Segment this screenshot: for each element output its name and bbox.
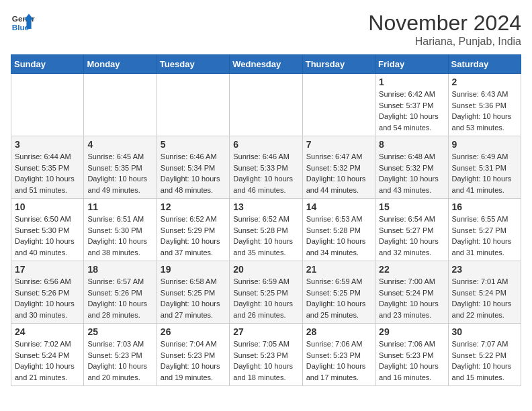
day-info: Sunrise: 7:07 AM Sunset: 5:22 PM Dayligh… [452,338,517,383]
week-row-2: 3Sunrise: 6:44 AM Sunset: 5:35 PM Daylig… [11,136,521,199]
day-cell: 11Sunrise: 6:51 AM Sunset: 5:30 PM Dayli… [84,199,157,261]
day-info: Sunrise: 6:52 AM Sunset: 5:28 PM Dayligh… [233,214,298,258]
title-area: November 2024 Hariana, Punjab, India [368,11,521,48]
day-info: Sunrise: 7:04 AM Sunset: 5:23 PM Dayligh… [161,338,226,383]
day-number: 26 [161,326,226,337]
header-row: SundayMondayTuesdayWednesdayThursdayFrid… [11,55,521,74]
day-cell: 13Sunrise: 6:52 AM Sunset: 5:28 PM Dayli… [230,199,302,261]
day-cell: 27Sunrise: 7:05 AM Sunset: 5:23 PM Dayli… [230,324,302,386]
day-number: 8 [379,139,444,150]
day-number: 1 [379,77,444,87]
header-cell-tuesday: Tuesday [157,55,229,74]
day-cell: 22Sunrise: 7:00 AM Sunset: 5:24 PM Dayli… [375,261,448,324]
day-info: Sunrise: 6:51 AM Sunset: 5:30 PM Dayligh… [87,214,152,258]
day-number: 2 [452,77,517,87]
month-title: November 2024 [368,11,521,36]
day-number: 25 [87,326,152,337]
day-number: 18 [87,264,152,275]
logo-icon: General Blue [11,11,35,35]
day-cell: 10Sunrise: 6:50 AM Sunset: 5:30 PM Dayli… [11,199,84,261]
day-cell: 15Sunrise: 6:54 AM Sunset: 5:27 PM Dayli… [375,199,448,261]
day-cell: 9Sunrise: 6:49 AM Sunset: 5:31 PM Daylig… [448,136,521,199]
header-cell-thursday: Thursday [302,55,375,74]
day-number: 16 [452,201,517,212]
day-number: 9 [452,139,517,150]
day-cell: 12Sunrise: 6:52 AM Sunset: 5:29 PM Dayli… [157,199,229,261]
day-number: 7 [306,139,371,150]
day-cell: 17Sunrise: 6:56 AM Sunset: 5:26 PM Dayli… [11,261,84,324]
day-info: Sunrise: 7:06 AM Sunset: 5:23 PM Dayligh… [306,338,371,383]
day-number: 21 [306,264,371,275]
header: General Blue November 2024 Hariana, Punj… [11,11,521,48]
day-info: Sunrise: 6:55 AM Sunset: 5:27 PM Dayligh… [452,214,517,258]
day-info: Sunrise: 6:45 AM Sunset: 5:35 PM Dayligh… [87,151,152,195]
day-info: Sunrise: 6:54 AM Sunset: 5:27 PM Dayligh… [379,214,444,258]
day-number: 17 [15,264,80,275]
day-cell: 19Sunrise: 6:58 AM Sunset: 5:25 PM Dayli… [157,261,229,324]
header-cell-saturday: Saturday [448,55,521,74]
day-number: 30 [452,326,517,337]
day-cell: 25Sunrise: 7:03 AM Sunset: 5:23 PM Dayli… [84,324,157,386]
day-number: 4 [87,139,152,150]
day-number: 27 [233,326,298,337]
day-cell: 18Sunrise: 6:57 AM Sunset: 5:26 PM Dayli… [84,261,157,324]
day-info: Sunrise: 6:46 AM Sunset: 5:34 PM Dayligh… [161,151,226,195]
day-info: Sunrise: 7:03 AM Sunset: 5:23 PM Dayligh… [87,338,152,383]
header-cell-monday: Monday [84,55,157,74]
day-info: Sunrise: 6:59 AM Sunset: 5:25 PM Dayligh… [306,276,371,320]
day-cell: 28Sunrise: 7:06 AM Sunset: 5:23 PM Dayli… [302,324,375,386]
day-info: Sunrise: 6:57 AM Sunset: 5:26 PM Dayligh… [87,276,152,320]
day-cell: 5Sunrise: 6:46 AM Sunset: 5:34 PM Daylig… [157,136,229,199]
day-info: Sunrise: 6:59 AM Sunset: 5:25 PM Dayligh… [233,276,298,320]
day-number: 6 [233,139,298,150]
day-info: Sunrise: 7:05 AM Sunset: 5:23 PM Dayligh… [233,338,298,383]
day-info: Sunrise: 6:48 AM Sunset: 5:32 PM Dayligh… [379,151,444,195]
day-info: Sunrise: 6:53 AM Sunset: 5:28 PM Dayligh… [306,214,371,258]
day-number: 23 [452,264,517,275]
day-info: Sunrise: 6:44 AM Sunset: 5:35 PM Dayligh… [15,151,80,195]
day-cell: 20Sunrise: 6:59 AM Sunset: 5:25 PM Dayli… [230,261,302,324]
day-number: 15 [379,201,444,212]
day-number: 10 [15,201,80,212]
day-info: Sunrise: 7:01 AM Sunset: 5:24 PM Dayligh… [452,276,517,320]
day-cell: 21Sunrise: 6:59 AM Sunset: 5:25 PM Dayli… [302,261,375,324]
week-row-4: 17Sunrise: 6:56 AM Sunset: 5:26 PM Dayli… [11,261,521,324]
header-cell-friday: Friday [375,55,448,74]
week-row-1: 1Sunrise: 6:42 AM Sunset: 5:37 PM Daylig… [11,74,521,136]
day-cell: 16Sunrise: 6:55 AM Sunset: 5:27 PM Dayli… [448,199,521,261]
day-number: 19 [161,264,226,275]
calendar-table: SundayMondayTuesdayWednesdayThursdayFrid… [11,54,521,386]
day-number: 29 [379,326,444,337]
day-info: Sunrise: 6:46 AM Sunset: 5:33 PM Dayligh… [233,151,298,195]
location-title: Hariana, Punjab, India [368,36,521,48]
day-cell: 6Sunrise: 6:46 AM Sunset: 5:33 PM Daylig… [230,136,302,199]
day-cell: 7Sunrise: 6:47 AM Sunset: 5:32 PM Daylig… [302,136,375,199]
day-cell [11,74,84,136]
day-cell [302,74,375,136]
day-number: 5 [161,139,226,150]
week-row-5: 24Sunrise: 7:02 AM Sunset: 5:24 PM Dayli… [11,324,521,386]
day-number: 24 [15,326,80,337]
day-cell: 3Sunrise: 6:44 AM Sunset: 5:35 PM Daylig… [11,136,84,199]
day-info: Sunrise: 6:42 AM Sunset: 5:37 PM Dayligh… [379,89,444,133]
day-number: 22 [379,264,444,275]
day-cell: 8Sunrise: 6:48 AM Sunset: 5:32 PM Daylig… [375,136,448,199]
day-info: Sunrise: 6:47 AM Sunset: 5:32 PM Dayligh… [306,151,371,195]
day-number: 14 [306,201,371,212]
day-info: Sunrise: 6:43 AM Sunset: 5:36 PM Dayligh… [452,89,517,133]
header-cell-wednesday: Wednesday [230,55,302,74]
day-number: 11 [87,201,152,212]
day-cell: 23Sunrise: 7:01 AM Sunset: 5:24 PM Dayli… [448,261,521,324]
day-info: Sunrise: 6:49 AM Sunset: 5:31 PM Dayligh… [452,151,517,195]
day-info: Sunrise: 7:00 AM Sunset: 5:24 PM Dayligh… [379,276,444,320]
day-cell: 30Sunrise: 7:07 AM Sunset: 5:22 PM Dayli… [448,324,521,386]
day-cell: 14Sunrise: 6:53 AM Sunset: 5:28 PM Dayli… [302,199,375,261]
day-number: 3 [15,139,80,150]
day-cell: 1Sunrise: 6:42 AM Sunset: 5:37 PM Daylig… [375,74,448,136]
day-cell [157,74,229,136]
day-info: Sunrise: 6:50 AM Sunset: 5:30 PM Dayligh… [15,214,80,258]
day-number: 20 [233,264,298,275]
day-number: 13 [233,201,298,212]
day-cell: 26Sunrise: 7:04 AM Sunset: 5:23 PM Dayli… [157,324,229,386]
day-info: Sunrise: 7:06 AM Sunset: 5:23 PM Dayligh… [379,338,444,383]
